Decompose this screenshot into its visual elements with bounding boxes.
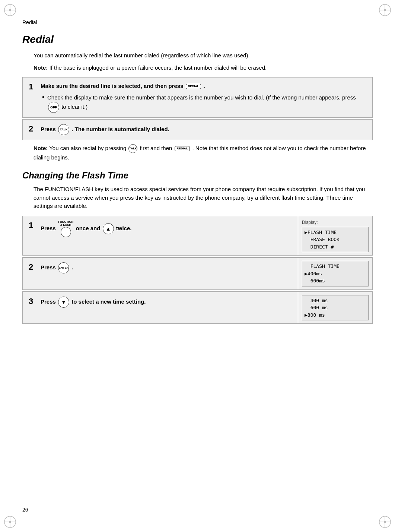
flash-step2-inner: 2 Press ENTER . FLASH TIME ▶400ms 600ms bbox=[23, 258, 372, 289]
redial-note: Note: If the base is unplugged or a powe… bbox=[34, 64, 373, 72]
step1-content: Make sure the desired line is selected, … bbox=[41, 82, 366, 113]
flash-step3-display: 400 ms 600 ms ▶800 ms bbox=[298, 292, 372, 324]
flash-step2-number: 2 bbox=[29, 262, 37, 272]
redial-intro: You can automatically redial the last nu… bbox=[34, 51, 373, 60]
flash-step1-inner: 1 Press FUNCTION/FLASH once and ▲ twice.… bbox=[23, 216, 372, 256]
redial-title: Redial bbox=[22, 34, 373, 45]
flash-step3-left: 3 Press ▼ to select a new time setting. bbox=[23, 292, 298, 324]
display-box-1: ▶FLASH TIME ERASE BOOK DIRECT # bbox=[302, 227, 369, 253]
display-line-1-2: ERASE BOOK bbox=[305, 236, 366, 243]
flash-step1-number: 1 bbox=[29, 221, 37, 230]
corner-decoration-br bbox=[378, 515, 392, 529]
redial-note2: Note: You can also redial by pressing TA… bbox=[34, 144, 373, 162]
display-line-1-1: ▶FLASH TIME bbox=[305, 229, 366, 236]
flash-step3-inner: 3 Press ▼ to select a new time setting. … bbox=[23, 292, 372, 324]
corner-decoration-bl bbox=[3, 515, 17, 529]
display-label-1: Display: bbox=[302, 219, 369, 226]
display-line-2-3: 600ms bbox=[305, 277, 366, 285]
display-line-1-3: DIRECT # bbox=[305, 243, 366, 251]
note2-label: Note: bbox=[34, 145, 48, 151]
talk-button-note[interactable]: TALK bbox=[128, 144, 137, 153]
redial-step1-box: 1 Make sure the desired line is selected… bbox=[22, 77, 373, 118]
flash-step2-left: 2 Press ENTER . bbox=[23, 258, 298, 289]
redial-button-note[interactable]: REDIAL bbox=[175, 146, 190, 151]
redial-button[interactable]: REDIAL bbox=[186, 84, 201, 89]
display-line-2-1: FLASH TIME bbox=[305, 263, 366, 270]
flash-step2-display: FLASH TIME ▶400ms 600ms bbox=[298, 258, 372, 289]
flash-step2-content: Press ENTER . bbox=[41, 262, 292, 273]
display-box-3: 400 ms 600 ms ▶800 ms bbox=[302, 295, 369, 321]
page-header: Redial bbox=[22, 19, 373, 27]
off-button[interactable]: OFF bbox=[48, 102, 59, 113]
talk-button-step2[interactable]: TALK bbox=[58, 124, 69, 135]
header-text: Redial bbox=[22, 19, 37, 25]
svg-point-15 bbox=[384, 521, 386, 523]
step1-text: Make sure the desired line is selected, … bbox=[41, 83, 205, 89]
corner-decoration-tl bbox=[3, 3, 17, 17]
flash-step1-display: Display: ▶FLASH TIME ERASE BOOK DIRECT # bbox=[298, 216, 372, 256]
redial-step2-row: 2 Press TALK . The number is automatical… bbox=[29, 124, 366, 135]
flash-step1-content: Press FUNCTION/FLASH once and ▲ twice. bbox=[41, 221, 292, 237]
fn-flash-label: FUNCTION/FLASH bbox=[58, 221, 73, 227]
step2-number: 2 bbox=[29, 124, 37, 134]
page-number: 26 bbox=[22, 507, 28, 513]
redial-step2-box: 2 Press TALK . The number is automatical… bbox=[22, 119, 373, 140]
note-text: If the base is unplugged or a power fail… bbox=[50, 64, 267, 71]
flash-step3-box: 3 Press ▼ to select a new time setting. … bbox=[22, 292, 373, 324]
display-line-3-2: 600 ms bbox=[305, 304, 366, 311]
redial-step1-row: 1 Make sure the desired line is selected… bbox=[29, 82, 366, 113]
display-line-3-3: ▶800 ms bbox=[305, 311, 366, 319]
flash-step2-box: 2 Press ENTER . FLASH TIME ▶400ms 600ms bbox=[22, 257, 373, 290]
svg-point-7 bbox=[384, 9, 386, 11]
function-flash-button[interactable] bbox=[61, 227, 71, 237]
main-content: Redial You can automatically redial the … bbox=[22, 30, 373, 502]
svg-point-3 bbox=[9, 9, 11, 11]
corner-decoration-tr bbox=[378, 3, 392, 17]
display-line-3-1: 400 ms bbox=[305, 297, 366, 304]
flash-step3-content: Press ▼ to select a new time setting. bbox=[41, 297, 292, 308]
step1-bullet: • Check the display to make sure the num… bbox=[42, 94, 366, 113]
flash-title: Changing the Flash Time bbox=[22, 170, 373, 181]
flash-intro: The FUNCTION/FLASH key is used to access… bbox=[34, 185, 373, 210]
display-line-2-2: ▶400ms bbox=[305, 270, 366, 278]
svg-point-11 bbox=[9, 521, 11, 523]
flash-step3-number: 3 bbox=[29, 297, 37, 306]
down-arrow-button[interactable]: ▼ bbox=[58, 297, 69, 308]
step1-number: 1 bbox=[29, 82, 37, 92]
flash-step1-box: 1 Press FUNCTION/FLASH once and ▲ twice.… bbox=[22, 216, 373, 256]
flash-step1-left: 1 Press FUNCTION/FLASH once and ▲ twice. bbox=[23, 216, 298, 256]
note-label: Note: bbox=[34, 64, 48, 71]
enter-button[interactable]: ENTER bbox=[58, 262, 69, 273]
up-arrow-button[interactable]: ▲ bbox=[103, 223, 114, 234]
display-box-2: FLASH TIME ▶400ms 600ms bbox=[302, 261, 369, 286]
step2-content: Press TALK . The number is automatically… bbox=[41, 124, 366, 135]
